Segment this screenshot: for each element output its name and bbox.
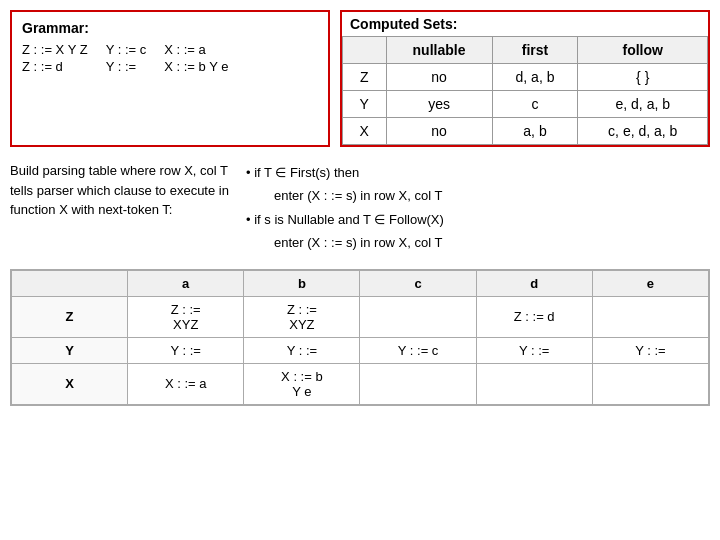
computed-th-nullable: nullable — [386, 37, 492, 64]
parsing-th-empty — [12, 270, 128, 296]
computed-cell-z-nullable: no — [386, 64, 492, 91]
grammar-title: Grammar: — [22, 20, 318, 36]
computed-sets-box: Computed Sets: nullable first follow Z n… — [340, 10, 710, 147]
parsing-cell-0-5 — [592, 296, 708, 337]
computed-cell-y-label: Y — [343, 91, 387, 118]
computed-row-y: Y yes c e, d, a, b — [343, 91, 708, 118]
grammar-rule-x1: X : := a — [164, 42, 228, 57]
computed-sets-title: Computed Sets: — [342, 12, 708, 36]
parsing-header-row: a b c d e — [12, 270, 709, 296]
top-section: Grammar: Z : := X Y Z Z : := d Y : := c … — [10, 10, 710, 147]
parsing-th-c: c — [360, 270, 476, 296]
parsing-cell-2-0: X — [12, 363, 128, 404]
computed-row-x: X no a, b c, e, d, a, b — [343, 118, 708, 145]
parsing-table-wrapper: a b c d e ZZ : := XYZZ : := XYZZ : := dY… — [10, 269, 710, 406]
computed-th-first: first — [492, 37, 578, 64]
parsing-cell-0-3 — [360, 296, 476, 337]
grammar-rule-z2: Z : := d — [22, 59, 88, 74]
parsing-table: a b c d e ZZ : := XYZZ : := XYZZ : := dY… — [11, 270, 709, 405]
computed-table: nullable first follow Z no d, a, b { } Y… — [342, 36, 708, 145]
parsing-th-e: e — [592, 270, 708, 296]
parsing-cell-2-1: X : := a — [128, 363, 244, 404]
parsing-cell-2-2: X : := b Y e — [244, 363, 360, 404]
grammar-box: Grammar: Z : := X Y Z Z : := d Y : := c … — [10, 10, 330, 147]
parsing-cell-1-5: Y : := — [592, 337, 708, 363]
parsing-cell-0-0: Z — [12, 296, 128, 337]
grammar-col-1: Z : := X Y Z Z : := d — [22, 42, 88, 74]
build-text: Build parsing table where row X, col T t… — [10, 161, 230, 220]
parsing-cell-1-4: Y : := — [476, 337, 592, 363]
computed-cell-x-follow: c, e, d, a, b — [578, 118, 708, 145]
computed-cell-x-nullable: no — [386, 118, 492, 145]
parsing-cell-0-1: Z : := XYZ — [128, 296, 244, 337]
computed-cell-z-follow: { } — [578, 64, 708, 91]
parsing-cell-0-4: Z : := d — [476, 296, 592, 337]
parsing-row-2: XX : := aX : := b Y e — [12, 363, 709, 404]
parsing-cell-2-4 — [476, 363, 592, 404]
rule2-body: enter (X : := s) in row X, col T — [274, 235, 442, 250]
computed-cell-z-label: Z — [343, 64, 387, 91]
computed-cell-y-nullable: yes — [386, 91, 492, 118]
middle-section: Build parsing table where row X, col T t… — [10, 161, 710, 255]
grammar-rule-x2: X : := b Y e — [164, 59, 228, 74]
parsing-cell-2-3 — [360, 363, 476, 404]
grammar-col-3: X : := a X : := b Y e — [164, 42, 228, 74]
parsing-th-b: b — [244, 270, 360, 296]
parsing-cell-1-0: Y — [12, 337, 128, 363]
grammar-rules: Z : := X Y Z Z : := d Y : := c Y : := X … — [22, 42, 318, 74]
grammar-rule-y2: Y : := — [106, 59, 147, 74]
parsing-cell-1-3: Y : := c — [360, 337, 476, 363]
grammar-col-2: Y : := c Y : := — [106, 42, 147, 74]
grammar-rule-z1: Z : := X Y Z — [22, 42, 88, 57]
parsing-cell-0-2: Z : := XYZ — [244, 296, 360, 337]
rule1-prefix: • if T ∈ First(s) then — [246, 165, 359, 180]
rule1-body: enter (X : := s) in row X, col T — [274, 188, 442, 203]
parsing-cell-1-2: Y : := — [244, 337, 360, 363]
computed-cell-y-first: c — [492, 91, 578, 118]
rule2-line2: enter (X : := s) in row X, col T — [274, 231, 710, 254]
parsing-th-d: d — [476, 270, 592, 296]
rule2-prefix: • if s is Nullable and T ∈ Follow(X) — [246, 212, 444, 227]
parsing-row-1: YY : :=Y : :=Y : := cY : :=Y : := — [12, 337, 709, 363]
computed-cell-y-follow: e, d, a, b — [578, 91, 708, 118]
computed-cell-x-label: X — [343, 118, 387, 145]
rules-text: • if T ∈ First(s) then enter (X : := s) … — [246, 161, 710, 255]
rule1-line2: enter (X : := s) in row X, col T — [274, 184, 710, 207]
computed-th-follow: follow — [578, 37, 708, 64]
parsing-cell-1-1: Y : := — [128, 337, 244, 363]
parsing-cell-2-5 — [592, 363, 708, 404]
rule2-line1: • if s is Nullable and T ∈ Follow(X) — [246, 208, 710, 231]
computed-cell-x-first: a, b — [492, 118, 578, 145]
computed-row-z: Z no d, a, b { } — [343, 64, 708, 91]
grammar-rule-y1: Y : := c — [106, 42, 147, 57]
computed-cell-z-first: d, a, b — [492, 64, 578, 91]
parsing-row-0: ZZ : := XYZZ : := XYZZ : := d — [12, 296, 709, 337]
computed-th-empty — [343, 37, 387, 64]
rule1-line1: • if T ∈ First(s) then — [246, 161, 710, 184]
parsing-th-a: a — [128, 270, 244, 296]
computed-header-row: nullable first follow — [343, 37, 708, 64]
